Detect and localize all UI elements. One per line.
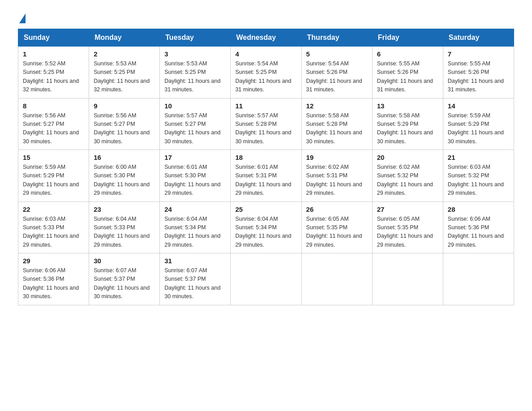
day-info: Sunrise: 5:56 AMSunset: 5:27 PMDaylight:…	[94, 111, 155, 146]
calendar-week-row: 22Sunrise: 6:03 AMSunset: 5:33 PMDayligh…	[18, 201, 514, 253]
calendar-cell: 20Sunrise: 6:02 AMSunset: 5:32 PMDayligh…	[372, 150, 443, 202]
calendar-week-row: 29Sunrise: 6:06 AMSunset: 5:36 PMDayligh…	[18, 253, 514, 305]
calendar-cell	[231, 253, 301, 305]
calendar-header-row: SundayMondayTuesdayWednesdayThursdayFrid…	[18, 29, 514, 47]
calendar-cell: 10Sunrise: 5:57 AMSunset: 5:27 PMDayligh…	[160, 98, 231, 150]
day-number: 24	[164, 206, 226, 213]
calendar-cell: 3Sunrise: 5:53 AMSunset: 5:25 PMDaylight…	[160, 47, 231, 98]
calendar-cell: 6Sunrise: 5:55 AMSunset: 5:26 PMDaylight…	[372, 47, 443, 98]
calendar-cell: 29Sunrise: 6:06 AMSunset: 5:36 PMDayligh…	[18, 253, 89, 305]
col-header-wednesday: Wednesday	[231, 29, 301, 47]
calendar-cell: 22Sunrise: 6:03 AMSunset: 5:33 PMDayligh…	[18, 201, 89, 253]
col-header-saturday: Saturday	[443, 29, 514, 47]
day-number: 9	[94, 102, 155, 110]
day-info: Sunrise: 6:04 AMSunset: 5:34 PMDaylight:…	[235, 215, 296, 250]
calendar-cell: 27Sunrise: 6:05 AMSunset: 5:35 PMDayligh…	[372, 201, 443, 253]
page-header	[18, 13, 514, 20]
day-info: Sunrise: 5:53 AMSunset: 5:25 PMDaylight:…	[94, 60, 155, 94]
calendar-week-row: 8Sunrise: 5:56 AMSunset: 5:27 PMDaylight…	[18, 98, 514, 150]
calendar-cell: 12Sunrise: 5:58 AMSunset: 5:28 PMDayligh…	[301, 98, 372, 150]
day-info: Sunrise: 5:56 AMSunset: 5:27 PMDaylight:…	[23, 111, 84, 146]
day-number: 4	[235, 50, 296, 58]
day-number: 20	[377, 154, 438, 161]
calendar-cell: 16Sunrise: 6:00 AMSunset: 5:30 PMDayligh…	[89, 150, 160, 202]
day-info: Sunrise: 6:04 AMSunset: 5:33 PMDaylight:…	[94, 215, 155, 250]
calendar-cell: 13Sunrise: 5:58 AMSunset: 5:29 PMDayligh…	[372, 98, 443, 150]
calendar-cell: 15Sunrise: 5:59 AMSunset: 5:29 PMDayligh…	[18, 150, 89, 202]
day-info: Sunrise: 6:02 AMSunset: 5:32 PMDaylight:…	[377, 163, 438, 198]
calendar-week-row: 15Sunrise: 5:59 AMSunset: 5:29 PMDayligh…	[18, 150, 514, 202]
calendar-cell: 9Sunrise: 5:56 AMSunset: 5:27 PMDaylight…	[89, 98, 160, 150]
day-number: 15	[23, 154, 84, 161]
calendar-cell	[443, 253, 514, 305]
day-info: Sunrise: 5:57 AMSunset: 5:28 PMDaylight:…	[235, 111, 296, 146]
day-number: 21	[448, 154, 509, 161]
day-number: 8	[23, 102, 84, 110]
calendar-cell	[372, 253, 443, 305]
col-header-thursday: Thursday	[301, 29, 372, 47]
day-number: 22	[23, 206, 84, 213]
calendar-cell: 31Sunrise: 6:07 AMSunset: 5:37 PMDayligh…	[160, 253, 231, 305]
col-header-monday: Monday	[89, 29, 160, 47]
day-number: 6	[377, 50, 438, 58]
day-number: 29	[23, 257, 84, 265]
calendar-cell: 18Sunrise: 6:01 AMSunset: 5:31 PMDayligh…	[231, 150, 301, 202]
calendar-cell: 1Sunrise: 5:52 AMSunset: 5:25 PMDaylight…	[18, 47, 89, 98]
day-number: 2	[94, 50, 155, 58]
day-info: Sunrise: 5:54 AMSunset: 5:25 PMDaylight:…	[235, 60, 296, 94]
logo-triangle-icon	[19, 13, 26, 23]
day-info: Sunrise: 6:04 AMSunset: 5:34 PMDaylight:…	[164, 215, 226, 250]
calendar-cell: 21Sunrise: 6:03 AMSunset: 5:32 PMDayligh…	[443, 150, 514, 202]
calendar-cell: 4Sunrise: 5:54 AMSunset: 5:25 PMDaylight…	[231, 47, 301, 98]
day-number: 25	[235, 206, 296, 213]
calendar-cell: 24Sunrise: 6:04 AMSunset: 5:34 PMDayligh…	[160, 201, 231, 253]
calendar-cell: 11Sunrise: 5:57 AMSunset: 5:28 PMDayligh…	[231, 98, 301, 150]
day-number: 26	[306, 206, 368, 213]
calendar-cell: 19Sunrise: 6:02 AMSunset: 5:31 PMDayligh…	[301, 150, 372, 202]
col-header-tuesday: Tuesday	[160, 29, 231, 47]
day-info: Sunrise: 6:00 AMSunset: 5:30 PMDaylight:…	[94, 163, 155, 198]
calendar-cell: 8Sunrise: 5:56 AMSunset: 5:27 PMDaylight…	[18, 98, 89, 150]
day-info: Sunrise: 5:58 AMSunset: 5:28 PMDaylight:…	[306, 111, 368, 146]
day-info: Sunrise: 6:01 AMSunset: 5:31 PMDaylight:…	[235, 163, 296, 198]
day-info: Sunrise: 6:06 AMSunset: 5:36 PMDaylight:…	[448, 215, 509, 250]
calendar-cell: 26Sunrise: 6:05 AMSunset: 5:35 PMDayligh…	[301, 201, 372, 253]
logo	[18, 13, 26, 20]
calendar-table: SundayMondayTuesdayWednesdayThursdayFrid…	[18, 29, 514, 305]
calendar-cell: 28Sunrise: 6:06 AMSunset: 5:36 PMDayligh…	[443, 201, 514, 253]
day-info: Sunrise: 6:03 AMSunset: 5:33 PMDaylight:…	[23, 215, 84, 250]
calendar-cell: 30Sunrise: 6:07 AMSunset: 5:37 PMDayligh…	[89, 253, 160, 305]
day-number: 18	[235, 154, 296, 161]
day-info: Sunrise: 5:52 AMSunset: 5:25 PMDaylight:…	[23, 60, 84, 94]
day-info: Sunrise: 6:01 AMSunset: 5:30 PMDaylight:…	[164, 163, 226, 198]
day-number: 28	[448, 206, 509, 213]
day-info: Sunrise: 5:54 AMSunset: 5:26 PMDaylight:…	[306, 60, 368, 94]
calendar-cell	[301, 253, 372, 305]
day-info: Sunrise: 5:55 AMSunset: 5:26 PMDaylight:…	[377, 60, 438, 94]
day-number: 30	[94, 257, 155, 265]
day-number: 19	[306, 154, 368, 161]
day-number: 10	[164, 102, 226, 110]
day-info: Sunrise: 6:05 AMSunset: 5:35 PMDaylight:…	[306, 215, 368, 250]
day-info: Sunrise: 5:59 AMSunset: 5:29 PMDaylight:…	[448, 111, 509, 146]
col-header-sunday: Sunday	[18, 29, 89, 47]
day-info: Sunrise: 6:05 AMSunset: 5:35 PMDaylight:…	[377, 215, 438, 250]
calendar-cell: 14Sunrise: 5:59 AMSunset: 5:29 PMDayligh…	[443, 98, 514, 150]
day-number: 13	[377, 102, 438, 110]
day-info: Sunrise: 5:57 AMSunset: 5:27 PMDaylight:…	[164, 111, 226, 146]
day-info: Sunrise: 6:03 AMSunset: 5:32 PMDaylight:…	[448, 163, 509, 198]
calendar-cell: 23Sunrise: 6:04 AMSunset: 5:33 PMDayligh…	[89, 201, 160, 253]
calendar-cell: 5Sunrise: 5:54 AMSunset: 5:26 PMDaylight…	[301, 47, 372, 98]
day-number: 17	[164, 154, 226, 161]
day-info: Sunrise: 6:06 AMSunset: 5:36 PMDaylight:…	[23, 266, 84, 301]
day-info: Sunrise: 6:02 AMSunset: 5:31 PMDaylight:…	[306, 163, 368, 198]
day-number: 31	[164, 257, 226, 265]
day-number: 3	[164, 50, 226, 58]
day-number: 16	[94, 154, 155, 161]
day-info: Sunrise: 6:07 AMSunset: 5:37 PMDaylight:…	[94, 266, 155, 301]
col-header-friday: Friday	[372, 29, 443, 47]
day-info: Sunrise: 5:58 AMSunset: 5:29 PMDaylight:…	[377, 111, 438, 146]
calendar-week-row: 1Sunrise: 5:52 AMSunset: 5:25 PMDaylight…	[18, 47, 514, 98]
day-info: Sunrise: 5:53 AMSunset: 5:25 PMDaylight:…	[164, 60, 226, 94]
day-number: 27	[377, 206, 438, 213]
